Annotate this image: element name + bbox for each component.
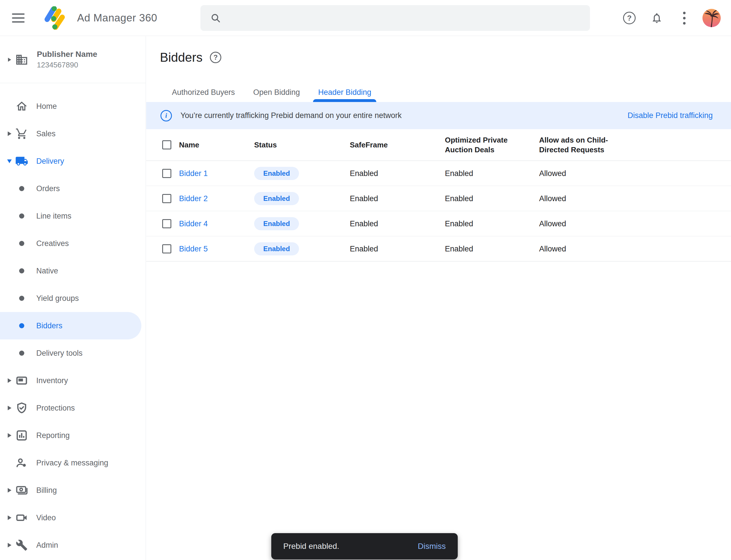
page-title: Bidders (160, 50, 203, 65)
safeframe-value: Enabled (350, 244, 378, 253)
bullet-icon (15, 186, 29, 191)
ad-manager-logo (44, 6, 66, 30)
video-camera-icon (15, 511, 29, 524)
sidebar-item-sales[interactable]: Sales (0, 120, 146, 147)
sidebar-item-privacy-messaging[interactable]: Privacy & messaging (0, 449, 146, 477)
sidebar-item-inventory[interactable]: Inventory (0, 367, 146, 394)
table-header: Name Status SafeFrame Optimized Private … (146, 129, 731, 161)
banknote-icon (15, 484, 29, 497)
status-badge: Enabled (254, 167, 299, 180)
opad-value: Enabled (445, 244, 519, 253)
row-checkbox[interactable] (162, 194, 171, 203)
table-row: Bidder 1 Enabled Enabled Enabled Allowed (146, 161, 731, 186)
sidebar: Publisher Name 1234567890 Home Sales (0, 36, 146, 560)
active-tab-indicator (313, 99, 376, 102)
tab-open-bidding[interactable]: Open Bidding (248, 83, 305, 102)
status-badge: Enabled (254, 192, 299, 205)
bell-icon (651, 12, 663, 24)
table-row: Bidder 5 Enabled Enabled Enabled Allowed (146, 236, 731, 261)
sidebar-item-billing[interactable]: Billing (0, 477, 146, 504)
ad-manager-app: Ad Manager 360 ? (0, 0, 731, 560)
table-row: Bidder 4 Enabled Enabled Enabled Allowed (146, 211, 731, 236)
account-button[interactable] (698, 0, 725, 36)
row-checkbox[interactable] (162, 219, 171, 228)
search-input[interactable] (221, 5, 590, 31)
header-actions: ? (616, 0, 725, 36)
safeframe-value: Enabled (350, 219, 378, 228)
child-directed-value: Allowed (539, 244, 620, 253)
column-header-optimized-private-auction-deals: Optimized Private Auction Deals (445, 135, 519, 155)
table-row: Bidder 2 Enabled Enabled Enabled Allowed (146, 186, 731, 211)
bidder-link[interactable]: Bidder 4 (179, 219, 208, 228)
sidebar-item-creatives[interactable]: Creatives (0, 230, 146, 257)
row-checkbox[interactable] (162, 169, 171, 178)
toast-message: Prebid enabled. (283, 542, 339, 551)
shield-check-icon (15, 402, 29, 414)
tab-authorized-buyers[interactable]: Authorized Buyers (167, 83, 240, 102)
safeframe-value: Enabled (350, 169, 378, 178)
bullet-icon (15, 241, 29, 246)
child-directed-value: Allowed (539, 194, 620, 203)
more-options-button[interactable] (670, 0, 698, 36)
chevron-down-icon (5, 159, 14, 163)
sidebar-item-home[interactable]: Home (0, 93, 146, 120)
sidebar-item-delivery[interactable]: Delivery (0, 147, 146, 175)
sidebar-item-protections[interactable]: Protections (0, 394, 146, 422)
info-banner: i You’re currently trafficking Prebid de… (146, 102, 731, 129)
avatar (702, 9, 721, 27)
privacy-person-icon (15, 457, 29, 469)
tab-header-bidding[interactable]: Header Bidding (313, 83, 376, 102)
sidebar-item-admin[interactable]: Admin (0, 531, 146, 559)
column-header-name: Name (179, 140, 199, 150)
sidebar-item-bidders[interactable]: Bidders (0, 312, 146, 339)
publisher-switcher[interactable]: Publisher Name 1234567890 (0, 36, 146, 83)
publisher-id: 1234567890 (37, 61, 97, 69)
chevron-right-icon (5, 131, 14, 136)
chevron-right-icon (5, 515, 14, 520)
bullet-icon (15, 296, 29, 301)
help-icon: ? (623, 12, 636, 24)
disable-prebid-trafficking-link[interactable]: Disable Prebid trafficking (628, 111, 713, 120)
chevron-right-icon (5, 488, 14, 493)
truck-icon (15, 155, 29, 168)
sidebar-item-yield-groups[interactable]: Yield groups (0, 285, 146, 312)
sidebar-item-orders[interactable]: Orders (0, 175, 146, 202)
page-help-icon[interactable]: ? (210, 52, 221, 63)
menu-icon[interactable] (11, 12, 25, 24)
sidebar-item-video[interactable]: Video (0, 504, 146, 531)
snackbar: Prebid enabled. Dismiss (271, 533, 458, 559)
help-button[interactable]: ? (616, 0, 643, 36)
bullet-icon (15, 213, 29, 219)
select-all-checkbox[interactable] (162, 140, 171, 149)
bidder-link[interactable]: Bidder 2 (179, 194, 208, 203)
inventory-icon (15, 374, 29, 387)
cart-icon (15, 127, 29, 140)
bidder-link[interactable]: Bidder 5 (179, 244, 208, 253)
hamburger-icon-glyph (12, 13, 25, 23)
building-icon (15, 53, 29, 66)
sidebar-item-line-items[interactable]: Line items (0, 202, 146, 230)
child-directed-value: Allowed (539, 169, 620, 178)
search-bar[interactable] (201, 5, 590, 31)
publisher-name: Publisher Name (37, 50, 97, 59)
status-badge: Enabled (254, 242, 299, 255)
opad-value: Enabled (445, 219, 519, 228)
sidebar-item-native[interactable]: Native (0, 257, 146, 285)
sidebar-item-delivery-tools[interactable]: Delivery tools (0, 339, 146, 367)
chevron-right-icon (5, 406, 14, 410)
app-title: Ad Manager 360 (77, 12, 157, 24)
notifications-button[interactable] (643, 0, 670, 36)
status-badge: Enabled (254, 217, 299, 230)
dismiss-button[interactable]: Dismiss (418, 542, 446, 551)
search-icon (210, 13, 221, 23)
sidebar-item-reporting[interactable]: Reporting (0, 422, 146, 449)
top-app-bar: Ad Manager 360 ? (0, 0, 731, 36)
sidebar-nav: Home Sales Delivery Orders (0, 83, 146, 559)
bidder-link[interactable]: Bidder 1 (179, 169, 208, 178)
row-checkbox[interactable] (162, 244, 171, 253)
child-directed-value: Allowed (539, 219, 620, 228)
bar-chart-icon (15, 429, 29, 442)
banner-message: You’re currently trafficking Prebid dema… (181, 111, 401, 120)
chevron-right-icon (5, 543, 14, 547)
chevron-right-icon (5, 58, 14, 62)
